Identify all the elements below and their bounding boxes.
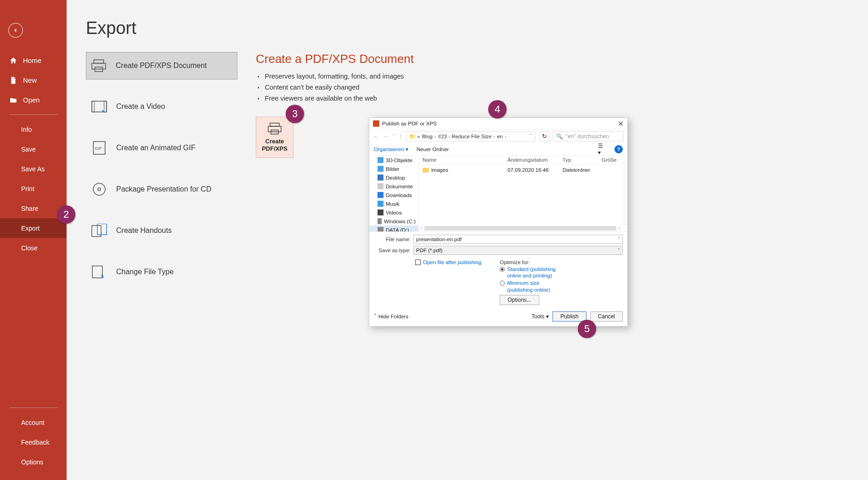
save-type-select[interactable]: PDF (*.pdf)˅: [413, 246, 623, 255]
nav-print[interactable]: Print: [0, 179, 67, 198]
video-icon: [91, 99, 107, 114]
nav-new[interactable]: New: [0, 70, 67, 90]
tree-item-selected[interactable]: DATA (D:): [369, 226, 418, 232]
dialog-nav: ← → ˅ ↑ 📁 « Blog› #23 - Reduce File Size…: [369, 129, 627, 143]
page-title: Export: [86, 18, 868, 38]
nav-account[interactable]: Account: [0, 412, 67, 432]
view-options-icon[interactable]: ☰ ▾: [598, 145, 606, 153]
feature-list: Preserves layout, formatting, fonts, and…: [258, 73, 414, 102]
nav-open[interactable]: Open: [0, 90, 67, 110]
tree-item[interactable]: Dokumente: [369, 182, 418, 191]
export-handouts-label: Create Handouts: [116, 226, 172, 235]
printer-icon: [267, 122, 282, 135]
checkbox-icon: [415, 260, 421, 265]
dialog-close-button[interactable]: ✕: [618, 119, 624, 128]
radio-icon: [500, 267, 505, 272]
nav-home[interactable]: Home: [0, 51, 67, 70]
callout-4: 4: [488, 100, 507, 119]
breadcrumb[interactable]: 📁 « Blog› #23 - Reduce File Size› en› ˅: [406, 131, 536, 141]
export-change-item[interactable]: Change File Type: [86, 258, 237, 286]
nav-recent-icon[interactable]: ˅: [392, 133, 395, 140]
nav-divider-bottom: [9, 407, 57, 408]
nav-home-label: Home: [23, 56, 41, 64]
organize-menu[interactable]: Organisieren ▾: [374, 146, 408, 152]
publish-dialog: Publish as PDF or XPS ✕ ← → ˅ ↑ 📁 « Blog…: [369, 118, 628, 327]
backstage-sidebar: Home New Open Info Save Save As Print Sh…: [0, 0, 67, 480]
powerpoint-icon: [373, 120, 379, 127]
export-change-label: Change File Type: [116, 268, 174, 276]
new-folder-button[interactable]: Neuer Ordner: [417, 147, 449, 152]
svg-rect-13: [270, 123, 279, 126]
svg-point-9: [98, 188, 101, 191]
folder-icon: [423, 168, 429, 173]
nav-back-icon[interactable]: ←: [373, 133, 379, 140]
vertical-scrollbar[interactable]: [622, 156, 627, 225]
export-pdf-item[interactable]: Create PDF/XPS Document: [86, 52, 237, 79]
dialog-toolbar: Organisieren ▾ Neuer Ordner ☰ ▾ ?: [369, 143, 627, 156]
tree-item[interactable]: Desktop: [369, 173, 418, 182]
save-type-row: Save as type: PDF (*.pdf)˅: [374, 246, 623, 255]
export-video-item[interactable]: Create a Video: [86, 92, 237, 121]
export-video-label: Create a Video: [116, 102, 165, 111]
svg-rect-14: [268, 126, 281, 132]
cancel-button[interactable]: Cancel: [590, 311, 623, 322]
horizontal-scrollbar[interactable]: ‹›: [419, 225, 622, 232]
svg-text:GIF: GIF: [95, 146, 102, 151]
callout-5: 5: [578, 320, 596, 338]
dialog-titlebar: Publish as PDF or XPS ✕: [369, 118, 627, 129]
tree-item[interactable]: 3D-Objekte: [369, 156, 418, 164]
refresh-button[interactable]: ↻: [539, 131, 549, 141]
file-name-row: File name: presentation-en.pdf˅: [374, 235, 623, 244]
search-icon: 🔍: [556, 133, 563, 140]
options-button[interactable]: Options...: [500, 295, 539, 305]
tree-item[interactable]: Downloads: [369, 191, 418, 199]
tree-item[interactable]: Videos: [369, 208, 418, 217]
handouts-icon: [91, 223, 107, 238]
nav-options[interactable]: Options: [0, 452, 67, 472]
file-list: Name Änderungsdatum Typ Größe images 07.…: [419, 156, 627, 232]
svg-point-8: [93, 183, 105, 195]
help-icon[interactable]: ?: [614, 145, 623, 153]
nav-divider: [9, 114, 57, 115]
svg-rect-1: [92, 63, 106, 69]
callout-3: 3: [286, 105, 304, 123]
export-handouts-item[interactable]: Create Handouts: [86, 216, 237, 245]
nav-export[interactable]: Export: [0, 218, 67, 238]
dialog-title: Publish as PDF or XPS: [382, 121, 615, 126]
export-gif-item[interactable]: GIF Create an Animated GIF: [86, 134, 237, 162]
tree-item[interactable]: Windows (C:): [369, 217, 418, 226]
export-gif-label: Create an Animated GIF: [116, 144, 196, 152]
create-pdf-button[interactable]: Create PDF/XPS: [256, 117, 293, 158]
change-filetype-icon: [91, 264, 107, 280]
optimize-standard-radio[interactable]: Standard (publishing online and printing…: [500, 266, 566, 279]
tree-item[interactable]: Bilder: [369, 164, 418, 173]
dialog-body: 3D-Objekte Bilder Desktop Dokumente Down…: [369, 156, 627, 232]
nav-info[interactable]: Info: [0, 119, 67, 139]
nav-open-label: Open: [23, 96, 40, 104]
open-after-checkbox[interactable]: Open file after publishing: [374, 260, 481, 305]
nav-saveas[interactable]: Save As: [0, 159, 67, 179]
tree-item[interactable]: Musik: [369, 199, 418, 208]
hide-folders-button[interactable]: ˄Hide Folders: [374, 313, 408, 320]
cd-icon: [91, 181, 107, 197]
back-button[interactable]: [8, 23, 23, 38]
nav-forward-icon[interactable]: →: [383, 133, 389, 140]
publish-button[interactable]: Publish: [552, 311, 586, 322]
tools-menu[interactable]: Tools▾: [531, 313, 549, 320]
nav-save[interactable]: Save: [0, 139, 67, 159]
search-input[interactable]: 🔍 "en" durchsuchen: [553, 131, 624, 141]
optimize-minimum-radio[interactable]: Minimum size (publishing online): [500, 280, 566, 293]
gif-icon: GIF: [91, 140, 107, 156]
nav-feedback[interactable]: Feedback: [0, 432, 67, 452]
file-list-header: Name Änderungsdatum Typ Größe: [419, 156, 627, 165]
export-package-item[interactable]: Package Presentation for CD: [86, 175, 237, 203]
nav-up-icon[interactable]: ↑: [399, 133, 402, 140]
export-type-list: Create PDF/XPS Document Create a Video G…: [86, 52, 237, 286]
file-name-input[interactable]: presentation-en.pdf˅: [413, 235, 623, 244]
folder-tree: 3D-Objekte Bilder Desktop Dokumente Down…: [369, 156, 419, 232]
file-row[interactable]: images 07.09.2020 16:46 Dateiordner: [419, 165, 627, 175]
callout-2: 2: [57, 205, 75, 224]
nav-close[interactable]: Close: [0, 238, 67, 258]
svg-rect-12: [92, 266, 102, 278]
chevron-up-icon: ˄: [374, 313, 377, 320]
